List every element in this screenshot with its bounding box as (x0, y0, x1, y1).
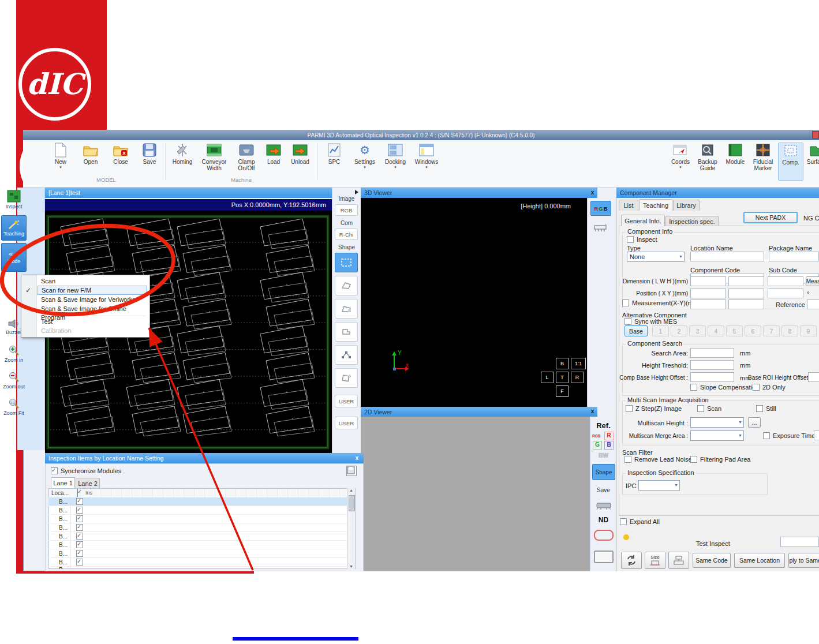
grid-row[interactable]: B... (48, 532, 347, 541)
base-roi-offset-field[interactable] (808, 372, 819, 382)
checkbox-icon[interactable] (763, 432, 770, 439)
type-select[interactable]: None (627, 252, 685, 262)
ins-column-checkbox[interactable] (77, 489, 78, 497)
slot-6-button[interactable]: 6 (745, 325, 761, 336)
sidebar-item-inspect[interactable]: Inspect (1, 190, 27, 209)
position-y-field[interactable] (728, 289, 764, 298)
backup-guide-button[interactable]: Backup Guide (694, 143, 721, 181)
blue-channel-button[interactable]: B (604, 441, 614, 450)
window-close-button[interactable] (812, 131, 819, 138)
position-x-field[interactable] (690, 289, 726, 298)
menu-item-scan-save-offline[interactable]: Scan & Save Image for Offline Program (38, 305, 151, 313)
grid-row[interactable]: B... (48, 497, 347, 506)
save-settings-button[interactable] (346, 466, 357, 476)
ins-column-header[interactable]: Ins (85, 490, 92, 496)
sidebar-item-zoom-out[interactable]: Zoom out (1, 371, 27, 390)
subtab-general-info[interactable]: General Info. (621, 215, 665, 226)
comp-button[interactable]: Comp. (778, 143, 803, 181)
row-checkbox[interactable] (76, 507, 83, 514)
viewer3d-header[interactable]: 3D Viewer (361, 188, 597, 198)
conveyor-width-button[interactable]: Conveyor Width (197, 143, 231, 181)
rgb-small-label[interactable]: RGB (592, 434, 600, 438)
new-button[interactable]: New▼ (49, 143, 72, 181)
rgb-mode-button[interactable]: RGB (335, 204, 358, 216)
reference-field[interactable] (807, 299, 819, 309)
tab-lane2[interactable]: Lane 2 (76, 478, 100, 488)
scan-checkbox[interactable]: Scan (697, 405, 721, 412)
exposure-time-field[interactable] (814, 430, 819, 440)
slot-5-button[interactable]: 5 (726, 325, 743, 336)
apply-to-same-button[interactable]: Apply to Same C (788, 553, 819, 568)
grid-scrollbar[interactable]: ▲ ▼ (347, 488, 355, 569)
rotation-field[interactable] (768, 289, 803, 298)
spc-button[interactable]: SPC (322, 143, 346, 181)
checkbox-icon[interactable] (622, 299, 629, 306)
load-button[interactable]: Load (262, 143, 285, 181)
grid-row[interactable]: B... (48, 549, 347, 558)
slope-compensation-checkbox[interactable]: Slope Compensation (690, 384, 759, 391)
clamp-onoff-button[interactable]: Clamp On/Off (232, 143, 261, 181)
fiducial-marker-button[interactable]: Fiducial Marker (749, 143, 777, 181)
slot-4-button[interactable]: 4 (708, 325, 724, 336)
rotate-component-button[interactable] (621, 552, 642, 569)
inspect-checkbox[interactable]: Inspect (627, 236, 657, 243)
windows-button[interactable]: Windows▼ (411, 143, 442, 181)
z-step-image-checkbox[interactable]: Z Step(Z) Image (626, 405, 682, 412)
shape-tool-rect-select[interactable] (335, 253, 358, 272)
view-top-button[interactable]: T (556, 372, 569, 383)
slot-8-button[interactable]: 8 (781, 325, 798, 336)
homing-button[interactable]: Homing (169, 143, 196, 181)
sidebar-item-mode[interactable]: « « Mode (1, 243, 27, 272)
location-column-header[interactable]: Loca... (51, 490, 71, 496)
collapse-arrow-icon[interactable] (355, 190, 358, 194)
settings-button[interactable]: ⚙ Settings▼ (350, 143, 380, 181)
checkbox-icon[interactable] (626, 405, 633, 412)
slot-2-button[interactable]: 2 (671, 325, 687, 336)
exposure-time-checkbox[interactable]: Exposure Time : (763, 432, 818, 439)
slot-3-button[interactable]: 3 (689, 325, 706, 336)
green-channel-button[interactable]: G (593, 441, 602, 450)
checkbox-icon[interactable] (690, 456, 697, 463)
filtering-pad-area-checkbox[interactable]: Filtering Pad Area (690, 456, 750, 463)
checkbox-icon[interactable] (697, 405, 704, 412)
measurement-x-field[interactable] (690, 299, 726, 309)
test-inspect-field[interactable] (780, 537, 819, 547)
slot-1-button[interactable]: 1 (652, 325, 669, 336)
ipc-select[interactable] (638, 480, 680, 491)
checkbox-icon[interactable] (690, 384, 697, 391)
dimension-w-field[interactable] (728, 276, 764, 286)
base-slot-button[interactable]: Base (624, 325, 648, 336)
menu-item-scan-save-veriworks[interactable]: Scan & Save Image for Veriworks (38, 295, 151, 304)
viewer3d-canvas[interactable]: [Height] 0.000mm Y x B 1:1 L T R F (361, 198, 587, 407)
close-button[interactable]: x Close (108, 143, 133, 181)
ref-button[interactable]: Ref. (590, 421, 616, 430)
checkbox-icon[interactable] (756, 405, 763, 412)
shape-tool-multi-select[interactable] (335, 345, 358, 365)
checkbox-checked-icon[interactable] (51, 467, 58, 474)
grid-row[interactable]: B... (48, 523, 347, 532)
shape-tool-polygon-3[interactable] (335, 322, 358, 342)
scrollbar-thumb[interactable] (349, 495, 355, 511)
view-back-button[interactable]: B (556, 358, 569, 369)
checkbox-icon[interactable] (620, 518, 627, 525)
r-chip-button[interactable]: R-Chi (335, 229, 358, 240)
next-padx-button[interactable]: Next PADX (743, 212, 798, 223)
size-tool-button[interactable]: Size (645, 552, 665, 569)
viewer3d-close-icon[interactable]: x (589, 189, 596, 196)
row-checkbox[interactable] (76, 550, 83, 557)
pad-tool-button[interactable] (668, 552, 689, 569)
shape-tool-rotate[interactable] (335, 368, 358, 388)
shape-overlay-button[interactable]: Shape (592, 464, 615, 480)
dimension-h-field[interactable] (768, 276, 803, 286)
scroll-down-icon[interactable]: ▼ (347, 564, 355, 568)
row-checkbox[interactable] (76, 498, 83, 505)
menu-item-scan-for-new-fm[interactable]: Scan for new F/M (38, 286, 147, 295)
coords-button[interactable]: Coords▼ (668, 143, 693, 181)
bw-button[interactable]: BW (590, 452, 616, 459)
menu-item-calibration[interactable]: Calibration (38, 327, 151, 335)
module-button[interactable]: Module (723, 143, 748, 181)
grid-row[interactable]: B... (48, 558, 347, 567)
tab-teaching[interactable]: Teaching (639, 199, 672, 211)
checkbox-icon[interactable] (753, 384, 760, 391)
menu-item-test[interactable]: Test (38, 317, 151, 326)
